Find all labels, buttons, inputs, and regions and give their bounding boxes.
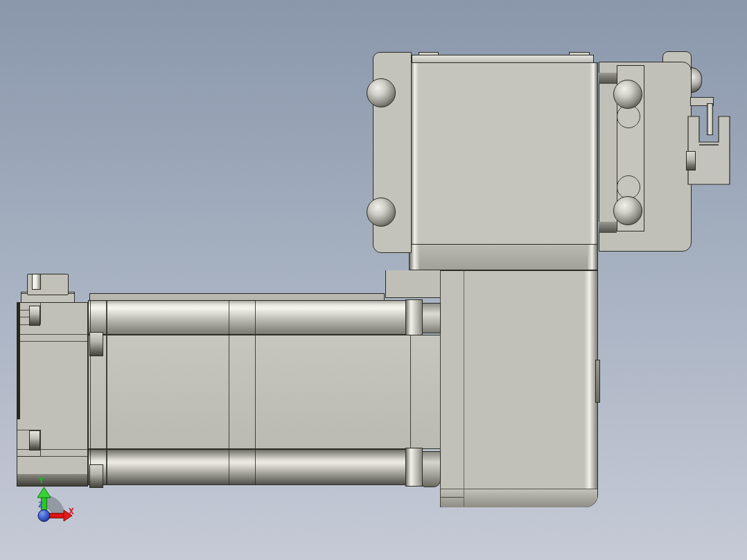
actuator-joint-line (90, 300, 91, 485)
body-end-line (410, 335, 411, 449)
gearbox-flange-band[interactable] (409, 244, 598, 270)
flange-dome-screw-top-right[interactable] (613, 80, 642, 109)
motor-bottom-notch-edge (40, 430, 41, 456)
screw-shank-shadow-bottom (599, 222, 617, 233)
actuator-bottom-rod[interactable] (88, 449, 408, 485)
motor-lamination-line (17, 449, 87, 450)
interface-boss-bottom (89, 464, 103, 488)
motor-bottom-screw-boss (29, 430, 40, 450)
flange-band-right-cap (588, 245, 597, 270)
origin-sphere (38, 510, 50, 522)
x-axis-label: X (69, 506, 74, 516)
y-axis-label: Y (39, 475, 44, 485)
slab-inner-edge (464, 270, 464, 507)
flange-dome-screw-bottom-right[interactable] (613, 196, 642, 225)
bottom-rod-stub (422, 451, 441, 487)
carriage-line-right (255, 300, 256, 485)
interface-boss-top (89, 332, 103, 356)
motor-bottom-notch-line (17, 456, 40, 457)
carriage-line-left (229, 300, 229, 485)
slab-side-clip[interactable] (595, 360, 600, 403)
slab-foot-line (440, 497, 464, 498)
top-rod-stub (422, 303, 441, 333)
z-axis-label: Z (38, 500, 43, 509)
motor-left-dark-edge (17, 303, 20, 419)
actuator-mid-body[interactable] (88, 335, 440, 449)
sensor-u-bracket[interactable] (685, 112, 733, 187)
orientation-triad[interactable] (15, 478, 85, 528)
flange-dome-screw-bottom-left[interactable] (367, 198, 396, 227)
actuator-joint-line-thick (106, 300, 107, 485)
actuator-top-rod[interactable] (88, 300, 408, 335)
stepper-motor-body[interactable] (17, 302, 88, 487)
u-bracket-side-boss (686, 151, 696, 170)
gearbox-left-highlight (411, 63, 419, 244)
bracket-edge-dome-screw[interactable] (691, 67, 702, 93)
bottom-rod-end-cap (405, 448, 423, 487)
motor-lamination-line (17, 334, 87, 335)
motor-connector-slot (32, 274, 41, 290)
gearbox-main-face[interactable] (410, 62, 598, 245)
screw-shank-shadow-top (599, 73, 617, 84)
housing-step-lip[interactable] (385, 270, 441, 298)
gearbox-right-highlight (590, 63, 597, 244)
flange-dome-screw-top-left[interactable] (367, 78, 396, 107)
top-rod-end-cap (405, 299, 423, 335)
flange-hole-bottom (617, 175, 640, 199)
motor-top-screw-boss (29, 306, 40, 326)
cad-viewport[interactable]: Y X Z (0, 0, 747, 560)
motor-top-notch-edge (40, 303, 41, 324)
motor-lamination-line (17, 341, 87, 342)
